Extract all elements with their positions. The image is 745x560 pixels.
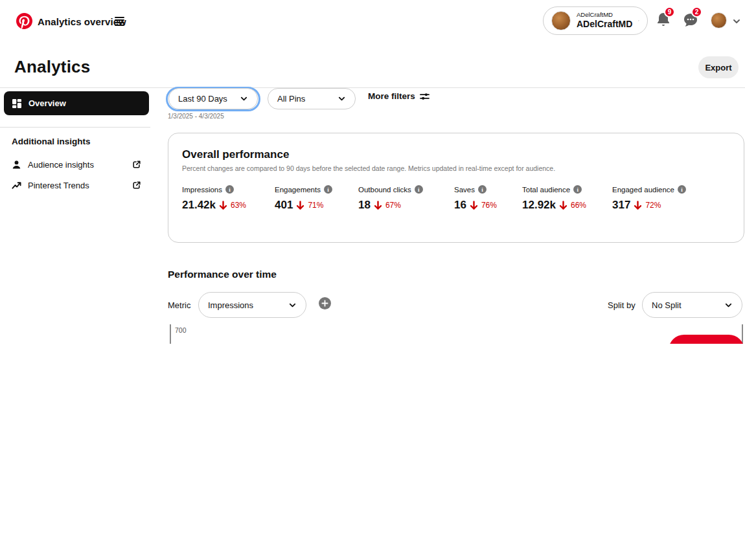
metric-label: Outbound clicks xyxy=(358,186,411,194)
person-icon xyxy=(12,160,21,170)
metric-select-label: Metric xyxy=(168,300,190,310)
arrow-down-icon xyxy=(374,201,382,210)
external-link-icon xyxy=(132,181,141,190)
pinterest-logo-icon[interactable] xyxy=(16,13,32,29)
account-name-primary: ADelCraftMD xyxy=(577,19,632,29)
sidebar-overview-label: Overview xyxy=(29,98,66,108)
metric-value: 12.92k xyxy=(522,199,556,212)
sidebar-section-title: Additional insights xyxy=(12,137,91,146)
date-range-value: Last 90 Days xyxy=(178,94,240,104)
performance-over-time-title: Performance over time xyxy=(168,269,277,280)
arrow-down-icon xyxy=(634,201,642,210)
sliders-icon xyxy=(420,92,430,101)
metric-engagements: Engagementsi 401 71% xyxy=(275,185,332,212)
metric-impressions: Impressionsi 21.42k 63% xyxy=(182,185,246,212)
sidebar-item-label: Pinterest Trends xyxy=(28,181,126,190)
sidebar-item-audience-insights[interactable]: Audience insights xyxy=(12,158,141,171)
account-avatar xyxy=(551,11,571,30)
metric-change: 66% xyxy=(571,201,586,210)
external-link-icon xyxy=(132,160,141,169)
metric-engaged-audience: Engaged audiencei 317 72% xyxy=(612,185,686,212)
export-button[interactable]: Export xyxy=(698,56,739,78)
chart-right-axis xyxy=(742,324,743,344)
info-icon[interactable]: i xyxy=(573,185,582,194)
messages-badge: 2 xyxy=(691,6,702,17)
chart-y-tick: 700 xyxy=(175,326,187,334)
date-range-select[interactable]: Last 90 Days xyxy=(168,88,258,109)
grid-icon xyxy=(12,98,22,109)
overall-performance-card: Overall performance Percent changes are … xyxy=(168,133,744,243)
pins-filter-value: All Pins xyxy=(277,94,338,104)
metric-change: 72% xyxy=(645,201,661,210)
info-icon[interactable]: i xyxy=(478,185,487,194)
card-title: Overall performance xyxy=(182,148,289,161)
metric-label: Impressions xyxy=(182,186,222,194)
metric-label: Total audience xyxy=(522,186,570,194)
account-name-secondary: ADelCraftMD xyxy=(577,12,632,19)
sidebar-item-overview[interactable]: Overview xyxy=(4,91,149,115)
sidebar-divider xyxy=(0,127,150,128)
metric-select[interactable]: Impressions xyxy=(198,292,306,318)
split-by-select[interactable]: No Split xyxy=(642,292,742,318)
chevron-down-icon xyxy=(240,95,248,103)
add-metric-button[interactable] xyxy=(319,297,331,309)
trending-icon xyxy=(12,181,21,190)
info-icon[interactable]: i xyxy=(324,185,332,194)
info-icon[interactable]: i xyxy=(678,185,686,194)
card-subtitle: Percent changes are compared to 90 days … xyxy=(182,164,555,172)
menu-icon[interactable] xyxy=(115,17,124,25)
viewport-clip: Analytics overview ADelCraftMD ADelCraft… xyxy=(0,0,745,344)
notifications-badge: 9 xyxy=(664,6,675,17)
metric-value: 401 xyxy=(275,199,293,212)
metric-label: Saves xyxy=(454,186,475,194)
metric-outbound-clicks: Outbound clicksi 18 67% xyxy=(358,185,423,212)
page-title: Analytics xyxy=(14,57,90,77)
sidebar-item-pinterest-trends[interactable]: Pinterest Trends xyxy=(12,179,141,192)
notifications-button[interactable]: 9 xyxy=(656,12,672,30)
metric-select-value: Impressions xyxy=(208,300,288,310)
plus-icon xyxy=(321,300,328,307)
metric-value: 16 xyxy=(454,199,466,212)
arrow-down-icon xyxy=(470,201,478,210)
header-divider xyxy=(0,87,745,88)
chevron-down-icon xyxy=(288,301,297,309)
header-chevron-down-icon[interactable] xyxy=(732,17,741,26)
messages-button[interactable]: 2 xyxy=(683,12,700,30)
chevron-down-icon xyxy=(724,301,733,309)
metric-change: 71% xyxy=(308,201,323,210)
split-by-label: Split by xyxy=(608,300,636,310)
arrow-down-icon xyxy=(296,201,304,210)
arrow-down-icon xyxy=(559,201,567,210)
metric-change: 67% xyxy=(385,201,401,210)
sidebar-item-label: Audience insights xyxy=(28,160,126,170)
analytics-page: Analytics overview ADelCraftMD ADelCraft… xyxy=(0,0,745,560)
info-icon[interactable]: i xyxy=(225,185,234,194)
chevron-down-icon xyxy=(638,16,639,25)
pins-filter-select[interactable]: All Pins xyxy=(268,88,356,109)
metric-value: 317 xyxy=(612,199,630,212)
date-range-detail: 1/3/2025 - 4/3/2025 xyxy=(168,113,224,120)
chart-y-axis xyxy=(170,324,171,344)
profile-avatar[interactable] xyxy=(711,12,727,28)
split-by-value: No Split xyxy=(652,300,724,310)
metric-label: Engaged audience xyxy=(612,186,674,194)
metric-total-audience: Total audiencei 12.92k 66% xyxy=(522,185,586,212)
chevron-down-icon xyxy=(338,95,346,103)
arrow-down-icon xyxy=(219,201,227,210)
more-filters-label: More filters xyxy=(368,91,415,101)
metric-value: 21.42k xyxy=(182,199,216,212)
send-feedback-button[interactable]: Send feedback xyxy=(669,335,744,344)
metric-change: 76% xyxy=(481,201,497,210)
metric-change: 63% xyxy=(231,201,246,210)
metric-saves: Savesi 16 76% xyxy=(454,185,497,212)
account-switcher[interactable]: ADelCraftMD ADelCraftMD xyxy=(543,6,648,35)
app-title: Analytics overview xyxy=(38,16,126,27)
metric-value: 18 xyxy=(358,199,371,212)
info-icon[interactable]: i xyxy=(415,185,423,194)
more-filters-button[interactable]: More filters xyxy=(368,91,430,101)
metric-label: Engagements xyxy=(275,186,321,194)
